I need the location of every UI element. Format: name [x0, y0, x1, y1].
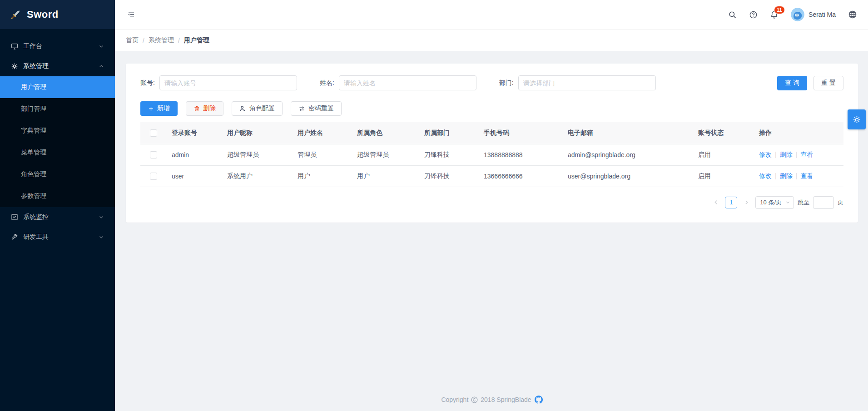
- chevron-down-icon: [785, 200, 790, 205]
- notifications-button[interactable]: 11: [770, 10, 779, 19]
- table-header-row: 登录账号 用户昵称 用户姓名 所属角色 所属部门 手机号码 电子邮箱 账号状态 …: [140, 122, 843, 144]
- cell-email: admin@springblade.org: [568, 144, 698, 165]
- toolbar: 新增 删除 角色配置: [140, 101, 843, 116]
- next-page-icon[interactable]: [741, 197, 752, 208]
- sidebar-item-label: 系统管理: [23, 62, 49, 70]
- cell-login: admin: [172, 144, 227, 165]
- sidebar-item-dict-management[interactable]: 字典管理: [0, 120, 115, 142]
- footer-copyright-text: Copyright: [441, 396, 468, 403]
- user-menu[interactable]: Serati Ma: [791, 8, 836, 21]
- action-separator: |: [796, 151, 798, 158]
- cell-phone: 13888888888: [484, 144, 568, 165]
- dept-select[interactable]: [518, 75, 656, 90]
- jump-label: 跳至: [798, 198, 809, 207]
- cell-role: 用户: [357, 165, 424, 187]
- sidebar-item-user-management[interactable]: 用户管理: [0, 76, 115, 98]
- avatar: [791, 8, 804, 21]
- cell-nickname: 系统用户: [227, 165, 298, 187]
- sidebar-item-workbench[interactable]: 工作台: [0, 36, 115, 56]
- page-unit-label: 页: [838, 198, 843, 207]
- table-row: admin 超级管理员 管理员 超级管理员 刀锋科技 13888888888 a…: [140, 144, 843, 165]
- cell-nickname: 超级管理员: [227, 144, 298, 165]
- prev-page-icon[interactable]: [710, 197, 721, 208]
- search-button[interactable]: 查 询: [777, 76, 807, 90]
- sidebar-item-role-management[interactable]: 角色管理: [0, 163, 115, 185]
- app-title: Sword: [27, 9, 59, 20]
- action-separator: |: [775, 151, 777, 158]
- page-number[interactable]: 1: [725, 197, 737, 208]
- sidebar-item-system-monitor[interactable]: 系统监控: [0, 207, 115, 227]
- chevron-up-icon: [99, 64, 104, 69]
- role-config-button[interactable]: 角色配置: [232, 101, 283, 116]
- breadcrumb: 首页 / 系统管理 / 用户管理: [115, 29, 868, 51]
- cell-actions: 修改|删除|查看: [759, 144, 843, 165]
- submenu-label: 用户管理: [21, 83, 46, 91]
- globe-icon[interactable]: [848, 10, 857, 19]
- col-role: 所属角色: [357, 122, 424, 144]
- jump-page-input[interactable]: [813, 196, 834, 209]
- sidebar-item-label: 系统监控: [23, 213, 49, 221]
- cell-actions: 修改|删除|查看: [759, 165, 843, 187]
- sword-icon: [9, 9, 21, 21]
- filter-actions: 查 询 重 置: [777, 76, 843, 90]
- view-link[interactable]: 查看: [800, 172, 813, 179]
- row-checkbox[interactable]: [150, 151, 157, 158]
- sidebar-item-dept-management[interactable]: 部门管理: [0, 98, 115, 120]
- topbar: 11 Serati Ma: [115, 0, 868, 29]
- octocat-icon[interactable]: [535, 396, 543, 404]
- password-reset-button[interactable]: 密码重置: [291, 101, 342, 116]
- sidebar-item-system-management[interactable]: 系统管理: [0, 56, 115, 76]
- filter-row: 账号: 姓名: 部门: 查 询 重 置: [140, 75, 843, 90]
- reset-button[interactable]: 重 置: [813, 76, 843, 90]
- sidebar-item-param-management[interactable]: 参数管理: [0, 185, 115, 207]
- sidebar-item-dev-tools[interactable]: 研发工具: [0, 227, 115, 247]
- account-label: 账号:: [140, 79, 155, 87]
- delete-link[interactable]: 删除: [780, 172, 793, 179]
- cell-name: 管理员: [298, 144, 357, 165]
- plus-icon: [148, 106, 154, 112]
- notification-badge: 11: [774, 6, 785, 14]
- sidebar-item-menu-management[interactable]: 菜单管理: [0, 142, 115, 163]
- add-button[interactable]: 新增: [140, 101, 178, 116]
- cell-login: user: [172, 165, 227, 187]
- sidebar-item-label: 工作台: [23, 42, 42, 50]
- help-icon[interactable]: [749, 10, 758, 19]
- swap-arrows-icon: [298, 105, 305, 112]
- cell-phone: 13666666666: [484, 165, 568, 187]
- action-separator: |: [775, 172, 777, 179]
- page-size-select[interactable]: 10 条/页: [755, 196, 794, 209]
- breadcrumb-separator: /: [178, 37, 180, 44]
- content-area: 账号: 姓名: 部门: 查 询 重 置: [115, 51, 868, 411]
- edit-link[interactable]: 修改: [759, 151, 772, 158]
- edit-link[interactable]: 修改: [759, 172, 772, 179]
- submenu-label: 字典管理: [21, 127, 46, 135]
- row-checkbox[interactable]: [150, 173, 157, 180]
- wrench-icon: [11, 233, 18, 241]
- col-actions: 操作: [759, 122, 843, 144]
- chevron-down-icon: [99, 214, 104, 220]
- col-login: 登录账号: [172, 122, 227, 144]
- menu-fold-icon[interactable]: [127, 10, 136, 19]
- cell-dept: 刀锋科技: [424, 165, 484, 187]
- topbar-right: 11 Serati Ma: [728, 8, 857, 21]
- table-row: user 系统用户 用户 用户 刀锋科技 13666666666 user@sp…: [140, 165, 843, 187]
- delete-link[interactable]: 删除: [780, 151, 793, 158]
- pagination: 1 10 条/页 跳至 页: [140, 196, 843, 209]
- submenu-label: 参数管理: [21, 192, 46, 200]
- name-label: 姓名:: [320, 79, 334, 87]
- breadcrumb-home[interactable]: 首页: [126, 36, 139, 45]
- cell-status: 启用: [698, 165, 759, 187]
- person-plus-icon: [239, 105, 246, 112]
- delete-button[interactable]: 删除: [186, 101, 223, 116]
- system-management-submenu: 用户管理 部门管理 字典管理 菜单管理 角色管理 参数管理: [0, 76, 115, 207]
- search-icon[interactable]: [728, 10, 737, 19]
- app-logo[interactable]: Sword: [0, 0, 115, 29]
- name-input[interactable]: [339, 75, 476, 90]
- submenu-label: 角色管理: [21, 170, 46, 178]
- account-input[interactable]: [159, 75, 297, 90]
- view-link[interactable]: 查看: [800, 151, 813, 158]
- breadcrumb-system[interactable]: 系统管理: [149, 36, 174, 45]
- select-all-checkbox[interactable]: [150, 129, 157, 137]
- submenu-label: 菜单管理: [21, 149, 46, 157]
- settings-drawer-button[interactable]: [848, 109, 866, 129]
